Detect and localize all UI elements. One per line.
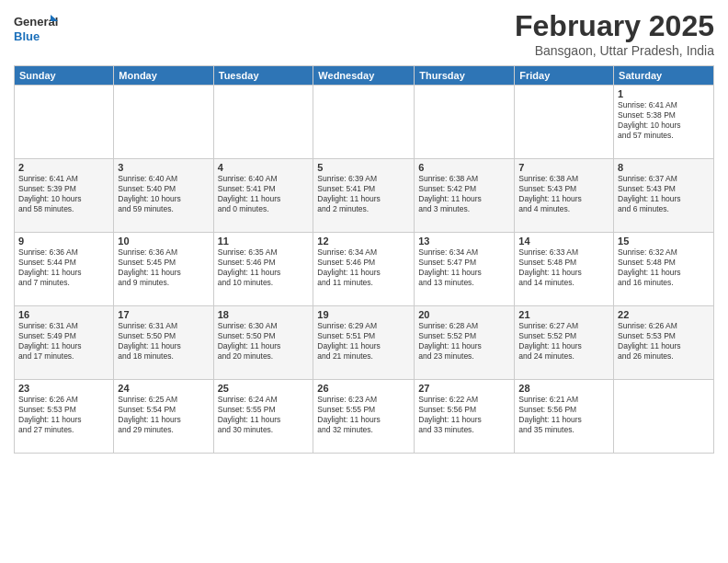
calendar-week-row: 23Sunrise: 6:26 AM Sunset: 5:53 PM Dayli… xyxy=(15,380,714,454)
calendar-cell: 16Sunrise: 6:31 AM Sunset: 5:49 PM Dayli… xyxy=(15,306,114,380)
calendar-cell: 26Sunrise: 6:23 AM Sunset: 5:55 PM Dayli… xyxy=(313,380,415,454)
day-number: 23 xyxy=(18,383,109,394)
calendar-cell: 25Sunrise: 6:24 AM Sunset: 5:55 PM Dayli… xyxy=(213,380,313,454)
day-number: 14 xyxy=(518,236,609,247)
day-info: Sunrise: 6:24 AM Sunset: 5:55 PM Dayligh… xyxy=(218,395,310,435)
calendar-cell: 8Sunrise: 6:37 AM Sunset: 5:43 PM Daylig… xyxy=(614,159,714,233)
day-info: Sunrise: 6:41 AM Sunset: 5:38 PM Dayligh… xyxy=(618,100,710,141)
day-number: 2 xyxy=(18,162,109,173)
day-info: Sunrise: 6:31 AM Sunset: 5:49 PM Dayligh… xyxy=(18,321,109,362)
day-info: Sunrise: 6:41 AM Sunset: 5:39 PM Dayligh… xyxy=(18,174,109,214)
calendar-cell: 22Sunrise: 6:26 AM Sunset: 5:53 PM Dayli… xyxy=(614,306,714,380)
location: Bansgaon, Uttar Pradesh, India xyxy=(515,43,714,58)
calendar-cell: 23Sunrise: 6:26 AM Sunset: 5:53 PM Dayli… xyxy=(15,380,114,454)
day-number: 25 xyxy=(218,383,310,394)
day-number: 18 xyxy=(218,309,310,320)
day-info: Sunrise: 6:39 AM Sunset: 5:41 PM Dayligh… xyxy=(317,174,410,214)
day-info: Sunrise: 6:36 AM Sunset: 5:45 PM Dayligh… xyxy=(118,247,209,288)
calendar-cell: 28Sunrise: 6:21 AM Sunset: 5:56 PM Dayli… xyxy=(515,380,614,454)
day-info: Sunrise: 6:23 AM Sunset: 5:55 PM Dayligh… xyxy=(317,395,410,435)
calendar-cell: 3Sunrise: 6:40 AM Sunset: 5:40 PM Daylig… xyxy=(114,159,213,233)
day-number: 10 xyxy=(118,236,209,247)
calendar-cell: 5Sunrise: 6:39 AM Sunset: 5:41 PM Daylig… xyxy=(313,159,415,233)
calendar-week-row: 9Sunrise: 6:36 AM Sunset: 5:44 PM Daylig… xyxy=(15,233,714,306)
day-number: 1 xyxy=(618,88,710,99)
col-thursday: Thursday xyxy=(415,66,515,86)
calendar-cell: 19Sunrise: 6:29 AM Sunset: 5:51 PM Dayli… xyxy=(313,306,415,380)
day-info: Sunrise: 6:26 AM Sunset: 5:53 PM Dayligh… xyxy=(618,321,710,362)
day-number: 21 xyxy=(518,309,609,320)
day-info: Sunrise: 6:28 AM Sunset: 5:52 PM Dayligh… xyxy=(418,321,510,362)
calendar-cell: 2Sunrise: 6:41 AM Sunset: 5:39 PM Daylig… xyxy=(15,159,114,233)
day-number: 3 xyxy=(118,162,209,173)
calendar-cell xyxy=(15,86,114,159)
day-number: 9 xyxy=(18,236,109,247)
day-info: Sunrise: 6:33 AM Sunset: 5:48 PM Dayligh… xyxy=(518,247,609,288)
day-number: 28 xyxy=(518,383,609,394)
logo: GeneralBlue xyxy=(14,9,60,46)
calendar-cell: 17Sunrise: 6:31 AM Sunset: 5:50 PM Dayli… xyxy=(114,306,213,380)
calendar-cell: 1Sunrise: 6:41 AM Sunset: 5:38 PM Daylig… xyxy=(614,86,714,159)
calendar-cell: 4Sunrise: 6:40 AM Sunset: 5:41 PM Daylig… xyxy=(213,159,313,233)
day-number: 26 xyxy=(317,383,410,394)
day-number: 6 xyxy=(418,162,510,173)
month-title: February 2025 xyxy=(515,9,714,43)
day-info: Sunrise: 6:22 AM Sunset: 5:56 PM Dayligh… xyxy=(418,395,510,435)
day-number: 13 xyxy=(418,236,510,247)
day-info: Sunrise: 6:27 AM Sunset: 5:52 PM Dayligh… xyxy=(518,321,609,362)
day-info: Sunrise: 6:38 AM Sunset: 5:43 PM Dayligh… xyxy=(518,174,609,214)
calendar-cell: 15Sunrise: 6:32 AM Sunset: 5:48 PM Dayli… xyxy=(614,233,714,306)
day-number: 17 xyxy=(118,309,209,320)
logo-icon: GeneralBlue xyxy=(14,9,60,46)
day-number: 15 xyxy=(618,236,710,247)
calendar-cell xyxy=(114,86,213,159)
day-info: Sunrise: 6:31 AM Sunset: 5:50 PM Dayligh… xyxy=(118,321,209,362)
day-info: Sunrise: 6:26 AM Sunset: 5:53 PM Dayligh… xyxy=(18,395,109,435)
calendar-body: 1Sunrise: 6:41 AM Sunset: 5:38 PM Daylig… xyxy=(15,86,714,454)
day-info: Sunrise: 6:25 AM Sunset: 5:54 PM Dayligh… xyxy=(118,395,209,435)
day-number: 7 xyxy=(518,162,609,173)
day-number: 12 xyxy=(317,236,410,247)
calendar-header: Sunday Monday Tuesday Wednesday Thursday… xyxy=(15,66,714,86)
day-info: Sunrise: 6:37 AM Sunset: 5:43 PM Dayligh… xyxy=(618,174,710,214)
col-friday: Friday xyxy=(515,66,614,86)
col-saturday: Saturday xyxy=(614,66,714,86)
page: GeneralBlue February 2025 Bansgaon, Utta… xyxy=(0,0,728,563)
day-number: 22 xyxy=(618,309,710,320)
calendar-cell: 27Sunrise: 6:22 AM Sunset: 5:56 PM Dayli… xyxy=(415,380,515,454)
calendar-cell: 11Sunrise: 6:35 AM Sunset: 5:46 PM Dayli… xyxy=(213,233,313,306)
day-info: Sunrise: 6:29 AM Sunset: 5:51 PM Dayligh… xyxy=(317,321,410,362)
calendar-cell: 10Sunrise: 6:36 AM Sunset: 5:45 PM Dayli… xyxy=(114,233,213,306)
title-block: February 2025 Bansgaon, Uttar Pradesh, I… xyxy=(515,9,714,58)
day-info: Sunrise: 6:32 AM Sunset: 5:48 PM Dayligh… xyxy=(618,247,710,288)
calendar-cell: 7Sunrise: 6:38 AM Sunset: 5:43 PM Daylig… xyxy=(515,159,614,233)
calendar-table: Sunday Monday Tuesday Wednesday Thursday… xyxy=(14,65,714,454)
days-of-week-row: Sunday Monday Tuesday Wednesday Thursday… xyxy=(15,66,714,86)
calendar-week-row: 1Sunrise: 6:41 AM Sunset: 5:38 PM Daylig… xyxy=(15,86,714,159)
day-info: Sunrise: 6:34 AM Sunset: 5:46 PM Dayligh… xyxy=(317,247,410,288)
day-number: 5 xyxy=(317,162,410,173)
day-number: 16 xyxy=(18,309,109,320)
day-info: Sunrise: 6:40 AM Sunset: 5:41 PM Dayligh… xyxy=(218,174,310,214)
day-number: 27 xyxy=(418,383,510,394)
day-info: Sunrise: 6:30 AM Sunset: 5:50 PM Dayligh… xyxy=(218,321,310,362)
calendar-cell: 14Sunrise: 6:33 AM Sunset: 5:48 PM Dayli… xyxy=(515,233,614,306)
day-number: 11 xyxy=(218,236,310,247)
calendar-cell: 12Sunrise: 6:34 AM Sunset: 5:46 PM Dayli… xyxy=(313,233,415,306)
calendar-cell xyxy=(415,86,515,159)
day-number: 8 xyxy=(618,162,710,173)
header: GeneralBlue February 2025 Bansgaon, Utta… xyxy=(14,9,714,58)
calendar-cell: 13Sunrise: 6:34 AM Sunset: 5:47 PM Dayli… xyxy=(415,233,515,306)
day-info: Sunrise: 6:40 AM Sunset: 5:40 PM Dayligh… xyxy=(118,174,209,214)
day-info: Sunrise: 6:35 AM Sunset: 5:46 PM Dayligh… xyxy=(218,247,310,288)
calendar-cell: 18Sunrise: 6:30 AM Sunset: 5:50 PM Dayli… xyxy=(213,306,313,380)
day-info: Sunrise: 6:21 AM Sunset: 5:56 PM Dayligh… xyxy=(518,395,609,435)
day-number: 24 xyxy=(118,383,209,394)
calendar-week-row: 16Sunrise: 6:31 AM Sunset: 5:49 PM Dayli… xyxy=(15,306,714,380)
calendar-cell xyxy=(313,86,415,159)
calendar-cell: 6Sunrise: 6:38 AM Sunset: 5:42 PM Daylig… xyxy=(415,159,515,233)
col-tuesday: Tuesday xyxy=(213,66,313,86)
day-number: 19 xyxy=(317,309,410,320)
day-info: Sunrise: 6:38 AM Sunset: 5:42 PM Dayligh… xyxy=(418,174,510,214)
day-number: 20 xyxy=(418,309,510,320)
